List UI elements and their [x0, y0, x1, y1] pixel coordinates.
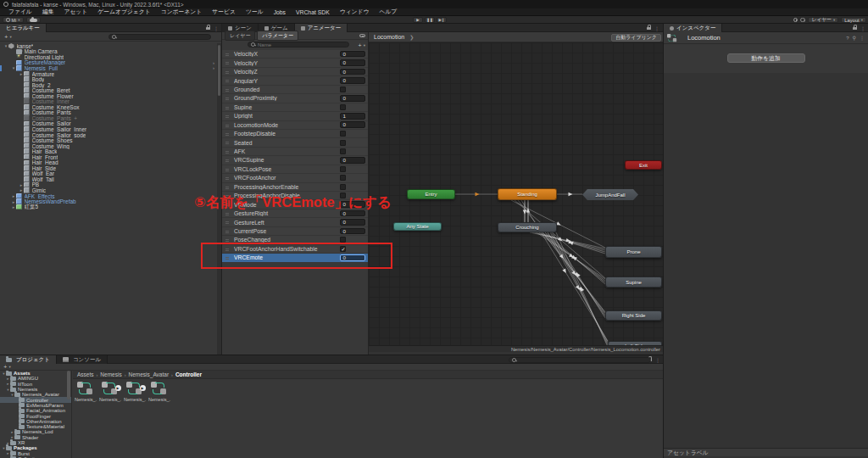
parameter-row[interactable]: VelocityZ0 — [222, 68, 368, 76]
step-button[interactable]: ▶❙ — [437, 17, 447, 23]
state-node-rightside[interactable]: Right Side — [605, 310, 662, 321]
twisty-icon[interactable]: ▾ — [3, 43, 8, 48]
parameter-checkbox[interactable] — [340, 104, 346, 110]
state-node-standing[interactable]: Standing — [498, 188, 557, 200]
parameter-value-field[interactable]: 1 — [340, 113, 365, 120]
menu-item-VRChat SDK[interactable]: VRChat SDK — [291, 9, 335, 15]
menu-item-ゲームオブジェクト[interactable]: ゲームオブジェクト — [92, 8, 155, 16]
menu-item-コンポーネント[interactable]: コンポーネント — [156, 8, 208, 16]
global-search-icon[interactable] — [800, 18, 805, 23]
menu-item-アセット[interactable]: アセット — [58, 8, 92, 16]
parameter-row[interactable]: VRCSupine0 — [222, 156, 368, 165]
eye-icon[interactable] — [359, 34, 365, 38]
asset-item[interactable]: ▶Nemesis_... — [99, 382, 121, 402]
prefab-open-chevron-icon[interactable]: › — [213, 60, 214, 65]
undo-history-icon[interactable] — [793, 18, 798, 23]
project-tree-scrollbar[interactable] — [67, 371, 70, 399]
auto-live-link-button[interactable]: 自動ライブリンク — [611, 34, 661, 42]
breadcrumb[interactable]: Locomotion — [374, 34, 404, 40]
project-search-input[interactable] — [509, 357, 651, 363]
parameters-search-field[interactable] — [258, 42, 346, 47]
parameter-row[interactable]: ProcessingAnchorEnable — [222, 183, 368, 192]
tab-アニメーター[interactable]: アニメーター — [295, 24, 348, 32]
asset-item[interactable]: ▶Nemesis_... — [124, 382, 146, 402]
kebab-menu-icon[interactable]: ⋮ — [654, 25, 659, 31]
parameter-row[interactable]: VelocityX0 — [222, 50, 368, 59]
kebab-menu-icon[interactable]: ⋮ — [655, 357, 660, 363]
parameter-row[interactable]: GroundProximity0 — [222, 94, 368, 103]
asset-item[interactable]: Nemesis_... — [148, 382, 170, 402]
state-node-prone[interactable]: Prone — [605, 246, 662, 258]
layers-dropdown[interactable]: レイヤー ▾ — [808, 17, 838, 23]
breadcrumb-item[interactable]: Assets — [77, 371, 94, 377]
presets-icon[interactable]: ⚲ — [853, 35, 856, 41]
tab-hierarchy[interactable]: ヒエラルキー — [0, 24, 47, 32]
kebab-menu-icon[interactable]: ⋮ — [860, 35, 865, 41]
prefab-open-chevron-icon[interactable]: › — [213, 65, 214, 70]
parameter-checkbox[interactable] — [340, 87, 346, 92]
add-parameter-button[interactable]: ＋▾ — [357, 42, 365, 49]
parameter-row[interactable]: FootstepDisable — [222, 130, 368, 138]
menu-item-ツール[interactable]: ツール — [241, 8, 269, 16]
hierarchy-item[interactable]: ▸紅葉5› — [0, 204, 216, 210]
parameter-value-field[interactable]: 0 — [340, 228, 365, 235]
parameter-row[interactable]: GestureLeft0 — [222, 218, 368, 226]
parameter-checkbox[interactable] — [340, 148, 346, 154]
asset-labels-bar[interactable]: アセットラベル — [664, 448, 868, 456]
parameters-search-input[interactable] — [248, 42, 349, 47]
lock-icon[interactable] — [647, 27, 651, 31]
kebab-menu-icon[interactable]: ⋮ — [860, 25, 865, 31]
hierarchy-search-field[interactable] — [119, 35, 208, 40]
cloud-services-button[interactable] — [26, 17, 41, 23]
parameter-row[interactable]: CurrentPose0 — [222, 227, 368, 236]
state-node-jump[interactable]: JumpAndFall — [582, 189, 638, 200]
menu-item-ファイル[interactable]: ファイル — [3, 8, 37, 16]
project-search-field[interactable] — [519, 358, 648, 363]
parameter-value-field[interactable]: 0 — [340, 95, 365, 102]
parameter-row[interactable]: VRCFootAnchor — [222, 174, 368, 182]
create-asset-button[interactable]: ＋▾ — [3, 363, 11, 371]
parameter-row[interactable]: Grounded — [222, 86, 368, 94]
breadcrumb-item[interactable]: Nemesis — [100, 371, 121, 377]
menu-item-ウィンドウ[interactable]: ウィンドウ — [335, 8, 375, 16]
parameter-value-field[interactable]: 0 — [340, 51, 365, 58]
menu-item-サービス[interactable]: サービス — [207, 8, 241, 16]
parameter-row[interactable]: VelocityY0 — [222, 59, 368, 67]
parameter-row[interactable]: LocomotionMode0 — [222, 121, 368, 130]
menu-item-ヘルプ[interactable]: ヘルプ — [374, 8, 402, 16]
parameter-checkbox[interactable] — [340, 184, 346, 190]
parameter-value-field[interactable]: 0 — [340, 59, 365, 66]
tab-コンソール[interactable]: コンソール — [57, 355, 108, 364]
kebab-menu-icon[interactable]: ⋮ — [214, 25, 219, 31]
account-button[interactable]: Mi ▾ — [3, 17, 24, 23]
tab-inspector[interactable]: インスペクター — [664, 24, 722, 32]
create-object-button[interactable]: ＋▾ — [3, 33, 12, 41]
parameter-checkbox[interactable] — [340, 131, 346, 137]
lock-icon[interactable] — [853, 27, 857, 31]
hierarchy-search-input[interactable] — [108, 34, 211, 40]
play-button[interactable]: ▶ — [413, 17, 423, 23]
parameter-checkbox[interactable] — [340, 175, 346, 181]
parameter-value-field[interactable]: 0 — [340, 121, 365, 128]
menu-item-Jobs[interactable]: Jobs — [269, 9, 291, 15]
add-behaviour-button[interactable]: 動作を追加 — [727, 53, 805, 63]
parameter-row[interactable]: Seated — [222, 138, 368, 147]
state-machine-graph[interactable]: ExitEntryStandingJumpAndFallAny StateCro… — [369, 32, 663, 355]
state-node-exit[interactable]: Exit — [625, 160, 662, 170]
parameter-value-field[interactable]: 0 — [340, 69, 365, 75]
breadcrumb-item[interactable]: Controller — [175, 371, 202, 377]
menu-item-編集[interactable]: 編集 — [37, 8, 59, 16]
lock-icon[interactable] — [206, 27, 210, 31]
parameter-row[interactable]: Upright1 — [222, 112, 368, 120]
parameter-row[interactable]: VRCLockPose — [222, 165, 368, 174]
parameter-value-field[interactable]: 0 — [340, 77, 365, 84]
parameter-row[interactable]: Supine — [222, 103, 368, 112]
parameter-row[interactable]: AngularY0 — [222, 76, 368, 85]
breadcrumb-item[interactable]: Nemesis_Avatar — [129, 371, 170, 377]
help-icon[interactable]: ? — [846, 36, 849, 41]
state-node-supine[interactable]: Supine — [605, 276, 662, 288]
pause-button[interactable]: ❚❚ — [425, 17, 435, 23]
parameter-row[interactable]: AFK — [222, 148, 368, 156]
state-node-entry[interactable]: Entry — [407, 189, 455, 199]
parameter-checkbox[interactable] — [340, 140, 346, 146]
